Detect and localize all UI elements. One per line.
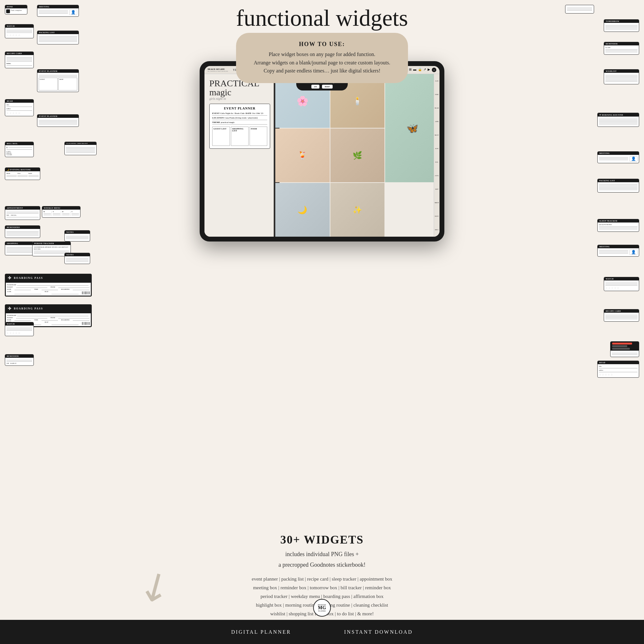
tablet-screen: PEACE OF LIFE PLANNER & TRIO DESIGNS YEA… xyxy=(204,66,440,237)
meeting-top-avatar: 👤 xyxy=(69,10,77,15)
photo-3: 🦋 xyxy=(385,74,440,182)
boarding-pass-widget-1: ✈ BOARDING PASS PASSENGER FLIGHT FROM DA… xyxy=(5,274,92,297)
instruction-bubble: HOW TO USE: Place widget boxes on any pa… xyxy=(236,33,408,83)
read-r-stars: ☆ ☆ ☆ ☆ ☆ xyxy=(599,373,638,376)
month-dec[interactable]: DEC xyxy=(435,229,439,231)
watch-l2-stars: ☆ ☆ ☆ ☆ ☆ xyxy=(6,332,32,335)
photo-7: ✨ xyxy=(330,183,385,237)
meeting-r2-header: MEETING xyxy=(598,245,639,248)
event-col-shopping: SHOPPING LIST xyxy=(231,127,249,146)
tablet-content: REMINDER Send Everclear workshops yes do… xyxy=(204,74,440,237)
footer-left: DIGITAL PLANNER xyxy=(231,629,291,635)
tomorrow-widget: TOMORROW xyxy=(604,19,639,32)
lock-icon[interactable]: 🔒 xyxy=(418,68,422,72)
month-sep[interactable]: SEP xyxy=(435,188,438,190)
boarding-header-1: ✈ BOARDING PASS xyxy=(5,274,91,282)
top-right-widget xyxy=(565,5,594,14)
recipe-widget-right: RECIPE CARD xyxy=(604,309,639,322)
month-jun[interactable]: JUN xyxy=(435,148,439,149)
month-feb[interactable]: FEB xyxy=(435,94,439,95)
cleaning-header: CLEANING CHECKLIST xyxy=(65,142,96,145)
watch-stars: ☆ ☆ ☆ ☆ ☆ xyxy=(6,34,32,37)
month-apr[interactable]: APR xyxy=(435,121,439,122)
event-col-food: FOOD xyxy=(250,127,267,146)
event-left-cols: GUEST SHOP xyxy=(39,78,77,90)
logo-monogram: MG xyxy=(318,606,326,610)
reminder-l2-header: REMINDER xyxy=(5,355,33,358)
title-area: functional widgets HOW TO USE: Place wid… xyxy=(236,6,408,83)
watch-l2-header: WATCH xyxy=(5,322,33,326)
packing-r-header: PACKING LIST xyxy=(598,179,639,182)
done-header: DONE xyxy=(5,5,27,8)
appointment-widget: APPOINTMENT TIP:FOCUS: xyxy=(5,206,40,220)
recipe-widget-left: RECIPE CARD notes: xyxy=(5,52,34,68)
reminders-widget-left: REMINDERS xyxy=(5,225,40,238)
read-r-header: READ xyxy=(598,361,639,364)
tablet-logo: PEACE OF LIFE PLANNER & TRIO DESIGNS xyxy=(208,68,228,72)
boarding-body-1: PASSENGER FLIGHT FROM DATE TIME BOARDING… xyxy=(6,283,91,296)
meeting-r2-avatar: 👤 xyxy=(630,250,638,255)
footer: DIGITAL PLANNER INSTANT DOWNLOAD xyxy=(0,620,644,644)
watch-widget-right: WATCH ☆ ☆ ☆ ☆ ☆ xyxy=(604,277,639,291)
bill-header: BILL DUE: xyxy=(5,142,33,145)
watch-widget-left-2: WATCH ☆ ☆ ☆ ☆ ☆ xyxy=(5,322,34,336)
evening-items: MON TUE WED xyxy=(6,173,39,178)
meeting-widget-right-2: MEETING 👤 xyxy=(597,245,639,257)
meeting-r-header: MEETING xyxy=(598,152,639,155)
reminder-widget-left-2: REMINDER VIPDATE IT xyxy=(5,354,34,366)
footer-right: INSTANT DOWNLOAD xyxy=(344,629,413,635)
meeting-top-header: MEETING xyxy=(37,5,79,8)
bill-amount: $ xyxy=(6,147,32,148)
appointment-fields: TIP:FOCUS: xyxy=(6,214,39,216)
tablet-toolbar: ⊞ ▬ 🔒 ↗ ▶ + xyxy=(409,68,436,72)
notes-2-header: NOTES xyxy=(65,253,90,256)
read-stars: ☆ ☆ ☆ ☆ ☆ xyxy=(6,112,32,115)
packing-left-header: PACKING LIST xyxy=(37,31,79,34)
list-icon[interactable]: ▬ xyxy=(413,68,416,72)
period-months: JANFEBMARAPRMAY JUNJULAUGSEPOCT NOVDEC xyxy=(34,246,69,250)
plus-icon[interactable]: + xyxy=(432,68,436,72)
month-jul[interactable]: JUL xyxy=(435,161,438,163)
watch-r-stars: ☆ ☆ ☆ ☆ ☆ xyxy=(605,287,638,289)
evening-routine-widget: 🌙 EVENING ROUTINE MON TUE WED xyxy=(5,167,40,180)
watch-r-header: WATCH xyxy=(604,277,639,280)
event-l2-header: EVENT PLANNER xyxy=(37,115,79,118)
share-icon[interactable]: ↗ xyxy=(423,68,426,72)
evening-header: 🌙 EVENING ROUTINE xyxy=(5,168,40,171)
how-to-label: HOW TO USE: xyxy=(252,41,392,48)
weekly-menu-widget: WEEKLY MENU M T W T xyxy=(42,206,81,218)
tablet-left-panel: REMINDER Send Everclear workshops yes do… xyxy=(204,74,275,237)
notes-widget-1: NOTES xyxy=(64,230,90,241)
shopping-left-header: SHOPPING xyxy=(5,242,33,245)
read-r-author-label: author: xyxy=(599,369,638,371)
tablet-right-panel: 🌸 🕯️ 🦋 🍹 🌿 🌙 ✨ JAN FEB MAR APR MAY JUN xyxy=(275,74,440,237)
sleep-fields: QUALITY/NOTES xyxy=(599,224,638,225)
includes-line1: includes individual PNG files + xyxy=(285,551,359,557)
period-header: PERIOD TRACKER xyxy=(33,242,71,245)
reminder-done-btn[interactable]: done! xyxy=(322,85,333,89)
done-checkbox[interactable] xyxy=(6,9,10,13)
done-widget: DONE Task complete xyxy=(5,5,27,14)
wishlist-widget: WISHLIST xyxy=(604,69,639,84)
month-jan[interactable]: JAN xyxy=(435,80,439,82)
event-field-theme: THEME practical magic xyxy=(212,121,267,125)
list-line2: meeting box | reminder box | tomorrow bo… xyxy=(253,585,391,590)
meeting-widget-top: MEETING 👤 xyxy=(37,5,79,17)
reminder-yes-btn[interactable]: yes xyxy=(311,85,319,89)
read-widget-left: READ title: author: ☆ ☆ ☆ ☆ ☆ xyxy=(5,99,34,116)
play-icon[interactable]: ▶ xyxy=(428,68,430,72)
month-mar[interactable]: MAR xyxy=(435,107,439,109)
packing-widget-left: PACKING LIST xyxy=(37,31,79,44)
month-may[interactable]: MAY xyxy=(435,134,439,136)
grid-icon[interactable]: ⊞ xyxy=(409,68,412,72)
month-nov[interactable]: NOV xyxy=(435,215,439,217)
reminder-r-header: REMINDER xyxy=(604,42,639,45)
cleaning-widget: CLEANING CHECKLIST xyxy=(64,142,97,155)
reminder-l2-fields: VIPDATE IT xyxy=(6,363,32,364)
month-oct[interactable]: OCT xyxy=(435,202,439,204)
month-aug[interactable]: AUG xyxy=(435,175,439,176)
logo-bottom-text: PLANNER xyxy=(318,610,326,612)
shopping-widget-left: SHOPPING xyxy=(5,241,34,255)
event-planner-left-2: EVENT PLANNER xyxy=(37,114,79,127)
wishlist-header: WISHLIST xyxy=(604,70,639,73)
